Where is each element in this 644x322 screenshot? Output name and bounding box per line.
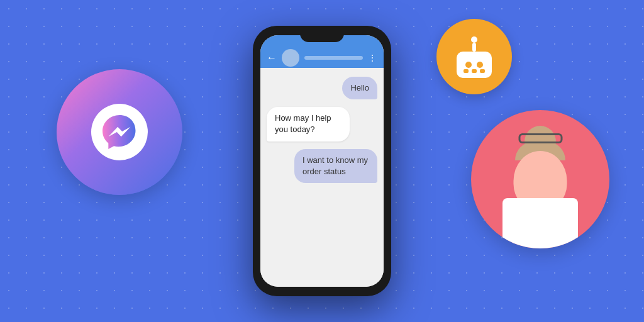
messenger-circle (57, 69, 182, 195)
message-help: How may I help you today? (267, 107, 350, 141)
robot-face-icon (454, 36, 495, 77)
phone-notch (300, 31, 344, 42)
robot-circle (436, 19, 512, 94)
phone: ← ⋮ Hello How may I help you today? I wa… (253, 26, 391, 296)
svg-point-0 (91, 104, 148, 160)
message-hello: Hello (342, 77, 377, 99)
contact-avatar (282, 49, 299, 67)
back-arrow[interactable]: ← (267, 52, 277, 64)
person-circle (471, 110, 609, 248)
contact-name-bar (304, 56, 363, 60)
phone-outer: ← ⋮ Hello How may I help you today? I wa… (253, 26, 391, 296)
person-illustration (480, 129, 600, 248)
menu-dots[interactable]: ⋮ (368, 53, 377, 63)
phone-screen: ← ⋮ Hello How may I help you today? I wa… (260, 35, 384, 287)
message-order-status: I want to know my order status (294, 149, 377, 183)
chat-body: Hello How may I help you today? I want t… (260, 68, 384, 287)
messenger-icon (91, 104, 148, 160)
